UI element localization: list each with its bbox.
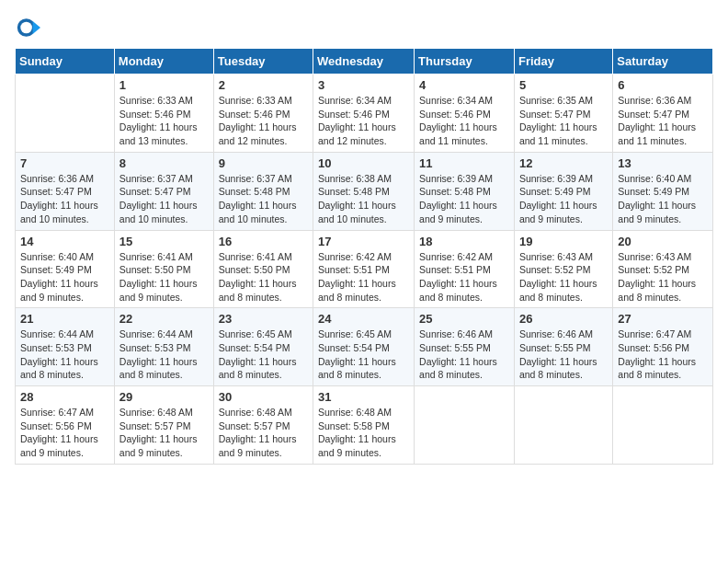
calendar-day-header: Sunday [16, 49, 115, 75]
day-info: Sunrise: 6:40 AM Sunset: 5:49 PM Dayligh… [618, 172, 708, 226]
calendar-cell: 2Sunrise: 6:33 AM Sunset: 5:46 PM Daylig… [213, 75, 313, 153]
day-number: 22 [119, 312, 209, 326]
day-info: Sunrise: 6:37 AM Sunset: 5:48 PM Dayligh… [219, 172, 308, 226]
calendar-cell: 10Sunrise: 6:38 AM Sunset: 5:48 PM Dayli… [313, 152, 415, 230]
calendar-cell: 27Sunrise: 6:47 AM Sunset: 5:56 PM Dayli… [613, 308, 713, 386]
calendar-cell: 18Sunrise: 6:42 AM Sunset: 5:51 PM Dayli… [415, 230, 515, 308]
day-number: 27 [618, 312, 708, 326]
calendar-cell: 26Sunrise: 6:46 AM Sunset: 5:55 PM Dayli… [514, 308, 612, 386]
day-info: Sunrise: 6:41 AM Sunset: 5:50 PM Dayligh… [119, 250, 209, 304]
day-info: Sunrise: 6:47 AM Sunset: 5:56 PM Dayligh… [20, 406, 109, 460]
day-number: 6 [618, 78, 708, 92]
calendar-cell: 6Sunrise: 6:36 AM Sunset: 5:47 PM Daylig… [613, 75, 713, 153]
day-info: Sunrise: 6:42 AM Sunset: 5:51 PM Dayligh… [419, 250, 509, 304]
day-number: 10 [318, 156, 409, 170]
day-number: 19 [519, 235, 608, 248]
svg-marker-1 [33, 21, 40, 34]
day-info: Sunrise: 6:34 AM Sunset: 5:46 PM Dayligh… [419, 94, 509, 148]
day-info: Sunrise: 6:39 AM Sunset: 5:48 PM Dayligh… [419, 172, 509, 226]
day-info: Sunrise: 6:34 AM Sunset: 5:46 PM Dayligh… [318, 94, 409, 148]
day-number: 30 [219, 390, 308, 404]
calendar-cell: 16Sunrise: 6:41 AM Sunset: 5:50 PM Dayli… [213, 230, 313, 308]
calendar-header-row: SundayMondayTuesdayWednesdayThursdayFrid… [16, 49, 713, 75]
calendar-cell: 11Sunrise: 6:39 AM Sunset: 5:48 PM Dayli… [415, 152, 515, 230]
calendar-cell: 1Sunrise: 6:33 AM Sunset: 5:46 PM Daylig… [114, 75, 213, 153]
calendar-day-header: Friday [514, 49, 612, 75]
calendar-cell: 3Sunrise: 6:34 AM Sunset: 5:46 PM Daylig… [313, 75, 415, 153]
day-info: Sunrise: 6:48 AM Sunset: 5:57 PM Dayligh… [119, 406, 209, 460]
calendar-day-header: Thursday [415, 49, 515, 75]
calendar-week-row: 1Sunrise: 6:33 AM Sunset: 5:46 PM Daylig… [16, 75, 713, 153]
day-number: 7 [20, 156, 109, 170]
calendar-cell: 30Sunrise: 6:48 AM Sunset: 5:57 PM Dayli… [213, 386, 313, 465]
day-number: 29 [119, 390, 209, 404]
day-number: 5 [519, 78, 608, 92]
calendar-cell: 21Sunrise: 6:44 AM Sunset: 5:53 PM Dayli… [16, 308, 115, 386]
day-info: Sunrise: 6:44 AM Sunset: 5:53 PM Dayligh… [20, 327, 109, 382]
calendar-cell: 5Sunrise: 6:35 AM Sunset: 5:47 PM Daylig… [514, 75, 612, 153]
day-info: Sunrise: 6:40 AM Sunset: 5:49 PM Dayligh… [20, 250, 109, 304]
day-info: Sunrise: 6:47 AM Sunset: 5:56 PM Dayligh… [618, 327, 708, 382]
day-number: 13 [618, 156, 708, 170]
calendar-week-row: 28Sunrise: 6:47 AM Sunset: 5:56 PM Dayli… [16, 386, 713, 465]
day-number: 16 [219, 235, 308, 248]
day-info: Sunrise: 6:42 AM Sunset: 5:51 PM Dayligh… [318, 250, 409, 304]
day-number: 11 [419, 156, 509, 170]
day-info: Sunrise: 6:33 AM Sunset: 5:46 PM Dayligh… [219, 94, 308, 148]
day-number: 18 [419, 235, 509, 248]
day-number: 31 [318, 390, 409, 404]
calendar-day-header: Monday [114, 49, 213, 75]
day-number: 26 [519, 312, 608, 326]
day-number: 25 [419, 312, 509, 326]
day-info: Sunrise: 6:39 AM Sunset: 5:49 PM Dayligh… [519, 172, 608, 226]
day-number: 1 [119, 78, 209, 92]
day-info: Sunrise: 6:48 AM Sunset: 5:57 PM Dayligh… [219, 406, 308, 460]
calendar-cell [16, 75, 115, 153]
calendar-cell: 13Sunrise: 6:40 AM Sunset: 5:49 PM Dayli… [613, 152, 713, 230]
calendar-cell: 24Sunrise: 6:45 AM Sunset: 5:54 PM Dayli… [313, 308, 415, 386]
day-number: 8 [119, 156, 209, 170]
logo-icon [15, 15, 40, 40]
day-info: Sunrise: 6:48 AM Sunset: 5:58 PM Dayligh… [318, 406, 409, 460]
calendar-week-row: 7Sunrise: 6:36 AM Sunset: 5:47 PM Daylig… [16, 152, 713, 230]
calendar-cell: 23Sunrise: 6:45 AM Sunset: 5:54 PM Dayli… [213, 308, 313, 386]
calendar-cell: 12Sunrise: 6:39 AM Sunset: 5:49 PM Dayli… [514, 152, 612, 230]
calendar-cell: 14Sunrise: 6:40 AM Sunset: 5:49 PM Dayli… [16, 230, 115, 308]
day-info: Sunrise: 6:36 AM Sunset: 5:47 PM Dayligh… [618, 94, 708, 148]
logo [15, 15, 44, 40]
day-info: Sunrise: 6:37 AM Sunset: 5:47 PM Dayligh… [119, 172, 209, 226]
calendar-day-header: Saturday [613, 49, 713, 75]
calendar-cell: 7Sunrise: 6:36 AM Sunset: 5:47 PM Daylig… [16, 152, 115, 230]
calendar-cell: 19Sunrise: 6:43 AM Sunset: 5:52 PM Dayli… [514, 230, 612, 308]
calendar-cell [415, 386, 515, 465]
day-info: Sunrise: 6:41 AM Sunset: 5:50 PM Dayligh… [219, 250, 308, 304]
day-number: 28 [20, 390, 109, 404]
calendar-cell: 31Sunrise: 6:48 AM Sunset: 5:58 PM Dayli… [313, 386, 415, 465]
calendar-cell [613, 386, 713, 465]
calendar-week-row: 21Sunrise: 6:44 AM Sunset: 5:53 PM Dayli… [16, 308, 713, 386]
day-info: Sunrise: 6:46 AM Sunset: 5:55 PM Dayligh… [519, 327, 608, 382]
day-info: Sunrise: 6:33 AM Sunset: 5:46 PM Dayligh… [119, 94, 209, 148]
day-number: 17 [318, 235, 409, 248]
day-number: 2 [219, 78, 308, 92]
calendar-cell: 4Sunrise: 6:34 AM Sunset: 5:46 PM Daylig… [415, 75, 515, 153]
calendar-cell: 20Sunrise: 6:43 AM Sunset: 5:52 PM Dayli… [613, 230, 713, 308]
calendar-cell: 17Sunrise: 6:42 AM Sunset: 5:51 PM Dayli… [313, 230, 415, 308]
day-number: 21 [20, 312, 109, 326]
day-info: Sunrise: 6:35 AM Sunset: 5:47 PM Dayligh… [519, 94, 608, 148]
day-info: Sunrise: 6:43 AM Sunset: 5:52 PM Dayligh… [618, 250, 708, 304]
day-info: Sunrise: 6:36 AM Sunset: 5:47 PM Dayligh… [20, 172, 109, 226]
calendar-cell: 29Sunrise: 6:48 AM Sunset: 5:57 PM Dayli… [114, 386, 213, 465]
day-info: Sunrise: 6:46 AM Sunset: 5:55 PM Dayligh… [419, 327, 509, 382]
calendar-cell: 8Sunrise: 6:37 AM Sunset: 5:47 PM Daylig… [114, 152, 213, 230]
calendar-cell: 22Sunrise: 6:44 AM Sunset: 5:53 PM Dayli… [114, 308, 213, 386]
calendar-day-header: Wednesday [313, 49, 415, 75]
calendar-day-header: Tuesday [213, 49, 313, 75]
calendar-cell: 25Sunrise: 6:46 AM Sunset: 5:55 PM Dayli… [415, 308, 515, 386]
calendar-week-row: 14Sunrise: 6:40 AM Sunset: 5:49 PM Dayli… [16, 230, 713, 308]
calendar-cell [514, 386, 612, 465]
day-number: 20 [618, 235, 708, 248]
svg-point-2 [20, 22, 32, 34]
day-number: 15 [119, 235, 209, 248]
day-info: Sunrise: 6:43 AM Sunset: 5:52 PM Dayligh… [519, 250, 608, 304]
